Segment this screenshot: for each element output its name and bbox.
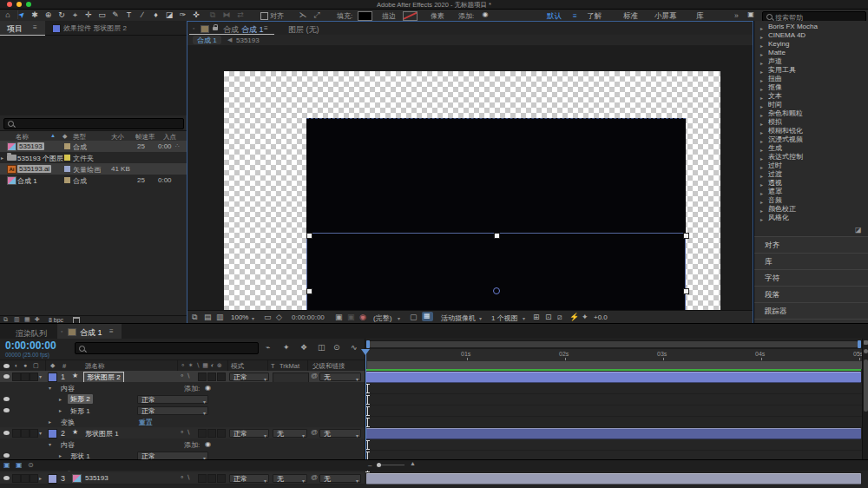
add-property-icon[interactable]: ◉ bbox=[205, 440, 211, 448]
breadcrumb-previous[interactable]: 535193 bbox=[236, 36, 260, 44]
timeline-row-prop[interactable]: ▸矩形 2正常▾ bbox=[0, 393, 365, 406]
audio-toggle[interactable] bbox=[12, 373, 21, 381]
switch-box[interactable] bbox=[217, 429, 226, 438]
panel-menu-icon[interactable]: ≡ bbox=[109, 327, 114, 335]
label-color-swatch[interactable] bbox=[64, 177, 70, 183]
switch-box[interactable] bbox=[198, 429, 207, 438]
layer-duration-bar[interactable] bbox=[366, 473, 861, 485]
chevron-down-icon[interactable]: ▾ bbox=[264, 477, 266, 485]
pickwhip-icon[interactable]: @ bbox=[311, 428, 318, 436]
time-ruler[interactable]: 01s02s03s04s05s bbox=[365, 349, 863, 361]
timeline-row-group[interactable]: ▾内容添加:◉ bbox=[0, 382, 365, 394]
tab-project[interactable]: 项目 ≡ bbox=[0, 21, 45, 36]
timeline-row-layer[interactable]: ▾1★形状图层 2⚬∖正常▾@无▾ bbox=[0, 371, 365, 383]
effect-category[interactable]: ▸Matte bbox=[754, 49, 868, 57]
snapshot-camera-icon[interactable]: ▣ bbox=[335, 313, 343, 321]
scrollbar-thumb[interactable] bbox=[864, 359, 868, 412]
solo-toggle[interactable] bbox=[21, 429, 30, 438]
tool-brush-icon[interactable]: ∕ bbox=[136, 10, 148, 19]
audio-toggle[interactable] bbox=[12, 429, 21, 438]
switch-box[interactable] bbox=[217, 474, 226, 483]
mask-visibility-icon[interactable]: ◇ bbox=[276, 313, 282, 321]
switch-box[interactable] bbox=[217, 373, 226, 381]
current-timecode[interactable]: 0:00:00:00 bbox=[5, 340, 56, 352]
selection-handle[interactable] bbox=[683, 288, 689, 294]
expand-arrow-icon[interactable]: ▸ bbox=[760, 215, 763, 224]
lane-row[interactable] bbox=[365, 382, 863, 394]
navigator-end-handle[interactable] bbox=[858, 340, 861, 348]
camera-view-value[interactable]: 活动摄像机 bbox=[441, 313, 476, 323]
switch-box[interactable] bbox=[198, 373, 207, 381]
align-checkbox[interactable] bbox=[260, 12, 268, 20]
panel-header-1[interactable]: 对齐 bbox=[754, 236, 868, 254]
effect-category[interactable]: ▸Keying bbox=[754, 40, 868, 49]
lock-icon[interactable] bbox=[213, 27, 218, 30]
expand-layers-toggle-icon[interactable]: ▣ bbox=[3, 461, 10, 469]
col-source-name[interactable]: 源名称 bbox=[85, 362, 105, 371]
composition-viewer[interactable] bbox=[187, 45, 753, 310]
fast-previews-icon[interactable]: ⚡ bbox=[569, 313, 579, 321]
tab-timeline-comp[interactable]: ◦ 合成 1 ≡ bbox=[57, 324, 122, 340]
chevron-down-icon[interactable]: ▾ bbox=[523, 315, 525, 321]
anchor-point[interactable] bbox=[493, 287, 500, 294]
reset-link[interactable]: 重置 bbox=[139, 418, 153, 427]
show-snapshot-icon[interactable]: ▣ bbox=[347, 313, 355, 321]
blend-mode-select[interactable]: 正常▾ bbox=[229, 429, 269, 438]
twirl-arrow-icon[interactable]: ▸ bbox=[59, 396, 62, 402]
tool-type-icon[interactable]: T bbox=[123, 10, 135, 19]
selection-handle[interactable] bbox=[683, 233, 689, 239]
twirl-arrow-icon[interactable]: ▸ bbox=[59, 452, 62, 458]
comp-marker-icon[interactable] bbox=[864, 340, 868, 345]
region-of-interest-icon[interactable]: ▢ bbox=[410, 313, 418, 321]
expand-inout-toggle-icon[interactable]: ⊙ bbox=[28, 461, 34, 469]
panel-header-2[interactable]: 库 bbox=[754, 253, 868, 270]
layer-label-swatch[interactable] bbox=[48, 474, 57, 484]
twirl-arrow-icon[interactable]: ▸ bbox=[49, 419, 51, 425]
primary-viewer-icon[interactable]: ▤ bbox=[204, 313, 212, 321]
navigator-start-handle[interactable] bbox=[366, 340, 370, 348]
exposure-value[interactable]: +0.0 bbox=[594, 313, 608, 321]
parent-link-select[interactable]: 无▾ bbox=[319, 373, 361, 381]
effect-category[interactable]: ▸声道 bbox=[754, 57, 868, 66]
tool-rectangle-icon[interactable]: ▭ bbox=[96, 10, 108, 19]
switch-box[interactable] bbox=[207, 373, 216, 381]
project-row[interactable]: 合成 1合成250:00 bbox=[0, 175, 187, 186]
stroke-swatch[interactable] bbox=[403, 11, 418, 21]
add-property-label[interactable]: 添加: bbox=[184, 440, 200, 450]
lane-row[interactable] bbox=[365, 416, 863, 428]
lock-toggle[interactable] bbox=[30, 429, 38, 438]
timeline-row-group[interactable]: ▾内容添加:◉ bbox=[0, 439, 365, 451]
effect-category[interactable]: ▸模糊和锐化 bbox=[754, 127, 868, 135]
project-row[interactable]: 535193合成250:00∴ bbox=[0, 141, 187, 152]
project-row[interactable]: Ai535193.ai矢量绘画41 KB bbox=[0, 163, 187, 175]
item-name[interactable]: 535193 个图层 bbox=[17, 154, 63, 163]
timeline-row-reset[interactable]: ▸变换重置 bbox=[0, 416, 365, 428]
twirl-arrow-icon[interactable]: ▸ bbox=[39, 475, 42, 481]
trkmat-select[interactable]: 无▾ bbox=[273, 429, 307, 438]
zoom-out-mountain-icon[interactable]: – bbox=[368, 461, 372, 469]
time-navigator-bar[interactable] bbox=[368, 341, 858, 347]
label-color-swatch[interactable] bbox=[64, 166, 70, 172]
lane-row[interactable] bbox=[365, 472, 863, 485]
visibility-eye-icon[interactable] bbox=[3, 397, 10, 401]
workspace-menu-icon[interactable]: ≡ bbox=[573, 12, 577, 20]
transparency-grid-toggle[interactable]: ▦ bbox=[422, 312, 433, 321]
adjust-icon[interactable]: ✚ bbox=[35, 316, 40, 323]
interpret-footage-icon[interactable]: ⧉ bbox=[3, 316, 8, 323]
layer-name[interactable]: 535193 bbox=[85, 474, 108, 482]
selection-handle[interactable] bbox=[306, 288, 312, 294]
magnification-value[interactable]: 100% bbox=[231, 313, 248, 321]
col-parent-link[interactable]: 父级和链接 bbox=[312, 362, 345, 371]
audio-toggle[interactable] bbox=[12, 474, 21, 483]
item-name[interactable]: 535193 bbox=[17, 142, 44, 150]
tool-stamp-icon[interactable]: ♦ bbox=[150, 10, 162, 19]
new-folder-icon[interactable]: ▥ bbox=[14, 316, 20, 323]
effect-category[interactable]: ▸表达式控制 bbox=[754, 153, 868, 162]
lock-view-icon[interactable]: ⊡ bbox=[545, 313, 552, 321]
label-color-swatch[interactable] bbox=[64, 155, 70, 161]
project-search-input[interactable] bbox=[3, 118, 184, 129]
visibility-eye-icon[interactable] bbox=[3, 476, 10, 480]
blend-mode-select[interactable]: 正常▾ bbox=[137, 395, 208, 404]
item-name[interactable]: 535193.ai bbox=[17, 165, 51, 173]
property-name[interactable]: 矩形 1 bbox=[70, 406, 90, 416]
